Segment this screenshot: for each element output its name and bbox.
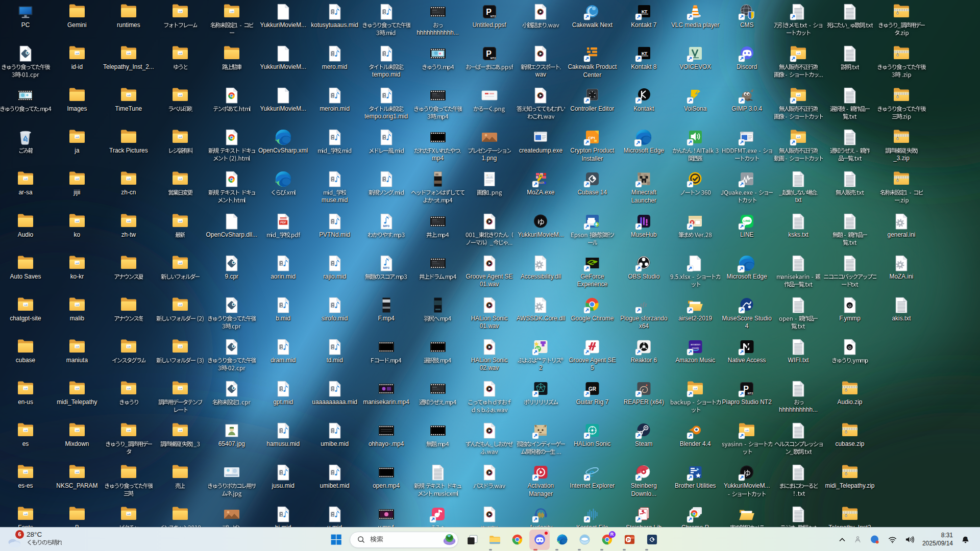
svg-text:P: P (627, 537, 630, 542)
svg-text:z: z (967, 536, 969, 539)
